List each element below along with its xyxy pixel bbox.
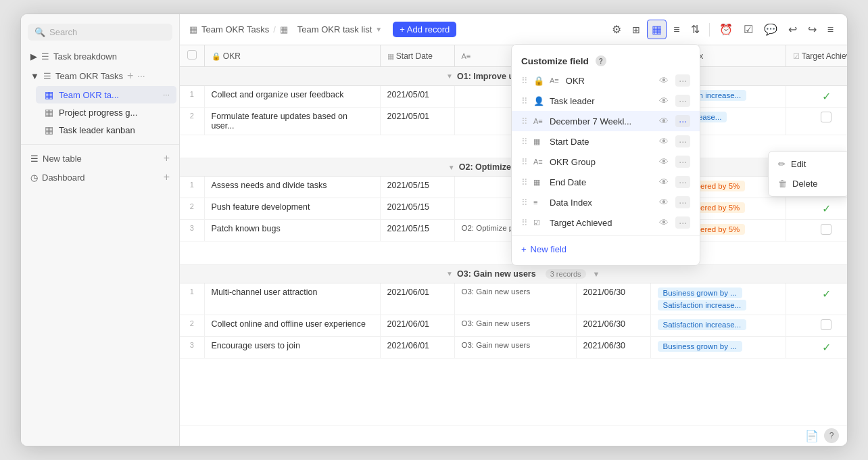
group-collapse-icon[interactable]: ▼ xyxy=(446,270,453,277)
field-item-data-index[interactable]: ⠿ ≡ Data Index 👁 ··· xyxy=(512,192,700,212)
check-icon: ☑ xyxy=(533,218,544,227)
row-okr: Patch known bugs xyxy=(204,220,380,242)
sidebar-item-task-leader-kanban[interactable]: ▦ Task leader kanban xyxy=(36,121,176,139)
eye-icon[interactable]: 👁 xyxy=(659,95,669,106)
toolbar-icons: ⚙ ⊞ ▦ ≡ ⇅ ⏰ ☑ 💬 ↩ ↪ ≡ xyxy=(608,20,838,39)
field-item-start-date[interactable]: ⠿ ▦ Start Date 👁 ··· xyxy=(512,131,700,152)
row-num: 2 xyxy=(180,107,204,135)
settings-icon[interactable]: ⚙ xyxy=(608,20,625,39)
row-num: 3 xyxy=(180,220,204,242)
sidebar-item-team-okr-table[interactable]: ▦ Team OKR ta... ··· xyxy=(36,86,176,104)
check-true-icon: ✓ xyxy=(822,288,831,300)
sidebar-item-new-table[interactable]: ☰ New table + xyxy=(24,149,176,168)
add-field-button[interactable]: + New field xyxy=(512,239,700,260)
drag-handle-icon[interactable]: ⠿ xyxy=(521,76,528,86)
context-delete-button[interactable]: 🗑 Delete xyxy=(769,174,847,193)
breadcrumb-title1: Team OKR Tasks xyxy=(201,24,269,34)
field-more-icon[interactable]: ··· xyxy=(675,176,690,188)
field-more-icon[interactable]: ··· xyxy=(675,95,690,107)
context-delete-label: Delete xyxy=(792,179,818,189)
field-more-icon[interactable]: ··· xyxy=(675,156,690,168)
toolbar-tab-view[interactable]: Team OKR task list ▼ xyxy=(292,22,387,37)
drag-handle-icon[interactable]: ⠿ xyxy=(521,177,528,187)
group-expand-icon[interactable]: ▼ xyxy=(593,270,600,278)
field-item-task-leader[interactable]: ⠿ 👤 Task leader 👁 ··· xyxy=(512,91,700,111)
field-more-icon[interactable]: ··· xyxy=(675,196,690,208)
sidebar-item-label: Team OKR Tasks xyxy=(55,71,123,81)
kanban-icon: ▦ xyxy=(43,124,55,135)
redo-icon[interactable]: ↪ xyxy=(804,20,821,39)
more-options-icon[interactable]: ··· xyxy=(137,70,145,81)
context-edit-label: Edit xyxy=(791,159,806,169)
add-record-button[interactable]: + Add record xyxy=(393,22,456,37)
alarm-icon[interactable]: ⏰ xyxy=(715,20,737,39)
row-dataindex: Business grown by ... xyxy=(650,336,786,358)
row-target: ✓ xyxy=(786,85,847,107)
field-item-okr[interactable]: ⠿ 🔒 A≡ OKR 👁 ··· xyxy=(512,70,700,91)
header-checkbox[interactable] xyxy=(187,50,197,60)
add-view-button[interactable]: + xyxy=(127,70,133,81)
data-index-badge: Business grown by ... xyxy=(658,341,742,352)
sidebar-item-team-okr-tasks-group[interactable]: ▼ ☰ Team OKR Tasks + ··· xyxy=(24,67,176,85)
eye-icon[interactable]: 👁 xyxy=(659,177,669,187)
check-false-icon xyxy=(821,224,831,235)
field-item-december[interactable]: ⠿ A≡ December 7 Weekl... 👁 ··· xyxy=(512,111,700,131)
breadcrumb-icon2: ▦ xyxy=(280,24,288,34)
group-icon[interactable]: ⇅ xyxy=(687,20,704,39)
drag-handle-icon[interactable]: ⠿ xyxy=(521,218,528,228)
field-label: Start Date xyxy=(550,137,654,147)
context-edit-button[interactable]: ✏ Edit xyxy=(769,154,847,174)
sidebar-item-dashboard[interactable]: ◷ Dashboard + xyxy=(24,168,176,187)
row-start: 2021/05/15 xyxy=(380,198,454,220)
eye-icon[interactable]: 👁 xyxy=(659,136,669,147)
group-collapse-icon[interactable]: ▼ xyxy=(448,164,455,171)
add-table-button[interactable]: + xyxy=(164,152,170,164)
eye-icon[interactable]: 👁 xyxy=(659,197,669,208)
document-icon[interactable]: 📄 xyxy=(805,430,819,442)
calendar-icon: ▦ xyxy=(533,137,544,146)
sort-icon[interactable]: ≡ xyxy=(669,21,683,39)
drag-handle-icon[interactable]: ⠿ xyxy=(521,198,528,208)
chat-icon[interactable]: 💬 xyxy=(760,20,781,39)
drag-handle-icon[interactable]: ⠿ xyxy=(521,116,528,127)
drag-handle-icon[interactable]: ⠿ xyxy=(521,157,528,167)
group-collapse-icon[interactable]: ▼ xyxy=(446,72,453,80)
row-target xyxy=(786,220,847,242)
th-checkbox xyxy=(180,45,204,67)
search-bar[interactable]: 🔍 Search xyxy=(28,24,172,41)
eye-icon[interactable]: 👁 xyxy=(659,156,669,167)
field-more-icon[interactable]: ··· xyxy=(675,216,690,229)
sidebar-item-project-progress[interactable]: ▦ Project progress g... xyxy=(36,104,176,121)
more-icon[interactable]: ··· xyxy=(163,90,170,99)
sidebar-item-task-breakdown[interactable]: ▶ ☰ Task breakdown xyxy=(24,49,176,64)
row-start: 2021/06/01 xyxy=(380,315,454,336)
filter-icon[interactable]: ⊞ xyxy=(628,22,644,38)
field-item-end-date[interactable]: ⠿ ▦ End Date 👁 ··· xyxy=(512,172,700,192)
help-circle-icon[interactable]: ? xyxy=(596,55,606,66)
drag-handle-icon[interactable]: ⠿ xyxy=(521,137,528,147)
field-more-icon-active[interactable]: ··· xyxy=(675,115,690,127)
row-num: 3 xyxy=(180,336,204,358)
eye-icon[interactable]: 👁 xyxy=(659,75,669,86)
drag-handle-icon[interactable]: ⠿ xyxy=(521,96,528,106)
row-okr: Collect and organize user feedback xyxy=(204,85,380,107)
row-target: ✓ xyxy=(786,283,847,315)
more-toolbar-icon[interactable]: ≡ xyxy=(823,21,838,39)
row-target: ✓ xyxy=(786,198,847,220)
tab-label: Team OKR task list xyxy=(297,24,372,34)
field-item-target-achieved[interactable]: ⠿ ☑ Target Achieved 👁 ··· xyxy=(512,212,700,233)
th-okr-label: OKR xyxy=(223,51,241,61)
add-dashboard-button[interactable]: + xyxy=(164,171,170,183)
help-icon[interactable]: ? xyxy=(824,428,839,443)
checklist-icon[interactable]: ☑ xyxy=(740,20,757,39)
row-start: 2021/05/15 xyxy=(380,177,454,198)
field-more-icon[interactable]: ··· xyxy=(675,74,690,87)
field-more-icon[interactable]: ··· xyxy=(675,135,690,147)
grid-view-icon[interactable]: ▦ xyxy=(647,20,667,39)
toolbar-left: ▦ Team OKR Tasks / ▦ Team OKR task list … xyxy=(189,22,602,37)
toolbar-divider xyxy=(709,23,710,37)
undo-icon[interactable]: ↩ xyxy=(784,20,801,39)
eye-icon[interactable]: 👁 xyxy=(659,116,669,127)
field-item-okr-group[interactable]: ⠿ A≡ OKR Group 👁 ··· xyxy=(512,152,700,172)
eye-icon[interactable]: 👁 xyxy=(659,217,669,228)
